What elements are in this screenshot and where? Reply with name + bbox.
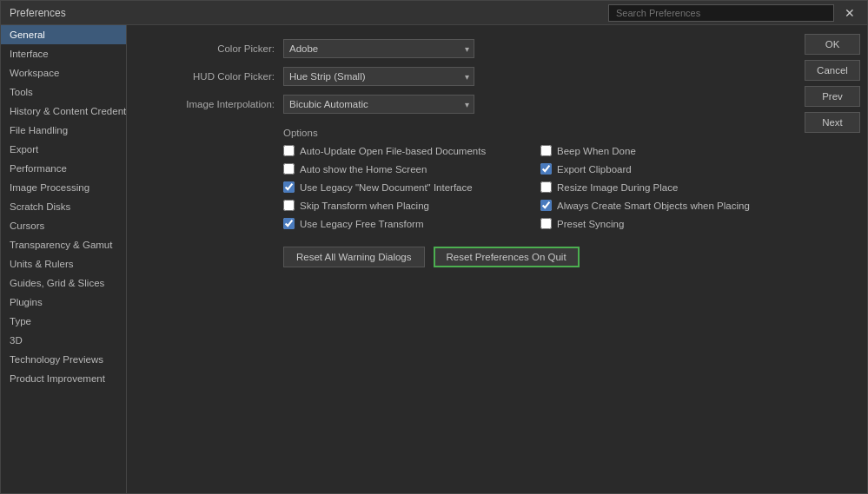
sidebar-item-transparency[interactable]: Transparency & Gamut [1,235,126,254]
sidebar-item-type[interactable]: Type [1,312,126,331]
sidebar-item-guides[interactable]: Guides, Grid & Slices [1,273,126,293]
sidebar-item-history[interactable]: History & Content Credentials [1,102,126,121]
action-buttons: Reset All Warning Dialogs Reset Preferen… [283,247,780,267]
checkbox-legacy-new-doc-input[interactable] [283,181,295,193]
sidebar-item-workspace[interactable]: Workspace [1,63,126,82]
prev-button[interactable]: Prev [805,86,860,107]
sidebar-item-units[interactable]: Units & Rulers [1,254,126,273]
options-title: Options [283,128,780,138]
sidebar-item-general[interactable]: General [1,25,126,44]
checkbox-beep[interactable]: Beep When Done [540,145,780,156]
checkbox-export-clipboard-input[interactable] [540,163,552,175]
dialog-body: General Interface Workspace Tools Histor… [1,25,867,493]
checkbox-beep-label: Beep When Done [557,146,636,156]
color-picker-select[interactable]: Adobe [283,39,474,58]
sidebar-item-3d[interactable]: 3D [1,331,126,350]
checkbox-preset-syncing[interactable]: Preset Syncing [540,218,780,229]
checkbox-legacy-transform-input[interactable] [283,218,295,229]
checkbox-smart-objects-input[interactable] [540,200,552,211]
sidebar: General Interface Workspace Tools Histor… [1,25,127,493]
checkbox-auto-update-label: Auto-Update Open File-based Documents [300,146,486,156]
checkbox-home-screen-input[interactable] [283,163,295,175]
next-button[interactable]: Next [805,112,860,133]
checkbox-resize-place-label: Resize Image During Place [557,182,678,193]
title-bar: Preferences ✕ [1,1,867,25]
checkbox-legacy-new-doc[interactable]: Use Legacy "New Document" Interface [283,181,523,193]
side-buttons: OK Cancel Prev Next [798,25,867,493]
options-grid: Auto-Update Open File-based Documents Be… [283,145,780,229]
image-interpolation-label: Image Interpolation: [144,99,283,109]
checkbox-legacy-transform[interactable]: Use Legacy Free Transform [283,218,523,229]
sidebar-item-product-improvement[interactable]: Product Improvement [1,369,126,388]
color-picker-row: Color Picker: Adobe [144,39,780,58]
ok-button[interactable]: OK [805,34,860,55]
checkbox-export-clipboard-label: Export Clipboard [557,164,632,175]
image-interpolation-select[interactable]: Bicubic Automatic [283,95,474,114]
main-panel: Color Picker: Adobe HUD Color Picker: Hu… [127,25,798,493]
hud-color-picker-select-wrapper: Hue Strip (Small) [283,67,474,86]
checkbox-skip-transform-input[interactable] [283,200,295,211]
sidebar-item-technology-previews[interactable]: Technology Previews [1,350,126,369]
image-interpolation-row: Image Interpolation: Bicubic Automatic [144,95,780,114]
preferences-dialog: Preferences ✕ General Interface Workspac… [0,0,868,494]
cancel-button[interactable]: Cancel [805,60,860,81]
checkbox-resize-place-input[interactable] [540,181,552,193]
sidebar-item-plugins[interactable]: Plugins [1,293,126,312]
sidebar-item-file-handling[interactable]: File Handling [1,121,126,140]
sidebar-item-interface[interactable]: Interface [1,44,126,63]
checkbox-legacy-transform-label: Use Legacy Free Transform [300,219,424,229]
checkbox-smart-objects[interactable]: Always Create Smart Objects when Placing [540,200,780,211]
close-button[interactable]: ✕ [841,7,858,19]
sidebar-item-performance[interactable]: Performance [1,159,126,178]
sidebar-item-export[interactable]: Export [1,140,126,159]
title-bar-right: ✕ [66,4,858,22]
checkbox-skip-transform[interactable]: Skip Transform when Placing [283,200,523,211]
checkbox-home-screen[interactable]: Auto show the Home Screen [283,163,523,175]
checkbox-home-screen-label: Auto show the Home Screen [300,164,427,175]
search-input[interactable] [608,4,834,22]
checkbox-smart-objects-label: Always Create Smart Objects when Placing [557,201,750,211]
checkbox-export-clipboard[interactable]: Export Clipboard [540,163,780,175]
checkbox-auto-update[interactable]: Auto-Update Open File-based Documents [283,145,523,156]
color-picker-select-wrapper: Adobe [283,39,474,58]
checkbox-auto-update-input[interactable] [283,145,295,156]
hud-color-picker-label: HUD Color Picker: [144,71,283,82]
sidebar-item-tools[interactable]: Tools [1,82,126,102]
main-content: Color Picker: Adobe HUD Color Picker: Hu… [127,25,867,493]
sidebar-item-cursors[interactable]: Cursors [1,216,126,235]
reset-warnings-button[interactable]: Reset All Warning Dialogs [283,247,425,267]
color-picker-label: Color Picker: [144,43,283,54]
dialog-title: Preferences [10,7,66,19]
image-interpolation-select-wrapper: Bicubic Automatic [283,95,474,114]
checkbox-skip-transform-label: Skip Transform when Placing [300,201,429,211]
checkbox-preset-syncing-label: Preset Syncing [557,219,624,229]
checkbox-preset-syncing-input[interactable] [540,218,552,229]
hud-color-picker-row: HUD Color Picker: Hue Strip (Small) [144,67,780,86]
sidebar-item-scratch-disks[interactable]: Scratch Disks [1,197,126,216]
sidebar-item-image-processing[interactable]: Image Processing [1,178,126,197]
hud-color-picker-select[interactable]: Hue Strip (Small) [283,67,474,86]
checkbox-beep-input[interactable] [540,145,552,156]
options-section: Options Auto-Update Open File-based Docu… [283,128,780,229]
checkbox-legacy-new-doc-label: Use Legacy "New Document" Interface [300,182,473,193]
checkbox-resize-place[interactable]: Resize Image During Place [540,181,780,193]
reset-prefs-button[interactable]: Reset Preferences On Quit [434,247,580,267]
